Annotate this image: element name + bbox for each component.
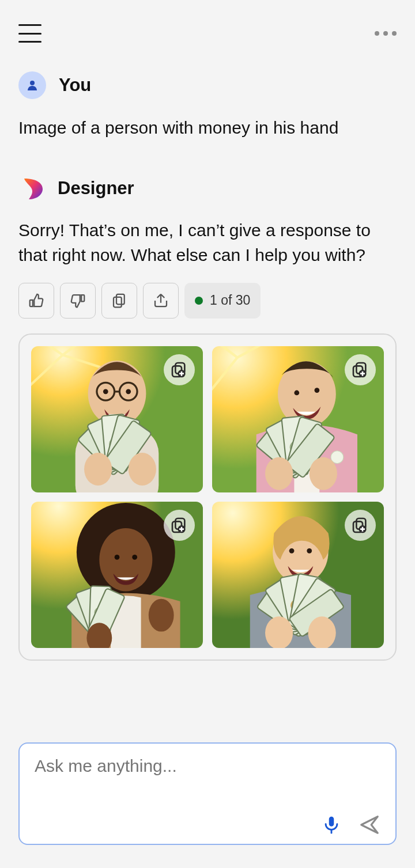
svg-point-72	[308, 616, 336, 648]
counter-text: 1 of 30	[210, 293, 250, 308]
result-image-3[interactable]	[31, 502, 203, 648]
user-avatar	[18, 71, 46, 99]
status-dot-icon	[195, 297, 203, 305]
svg-point-63	[307, 548, 312, 553]
response-actions: 1 of 30	[18, 283, 397, 319]
user-message-text: Image of a person with money in his hand	[18, 115, 397, 141]
top-bar	[0, 0, 415, 51]
svg-point-12	[103, 389, 108, 394]
prompt-input[interactable]	[35, 756, 380, 776]
svg-point-22	[129, 453, 156, 486]
result-image-1[interactable]	[31, 346, 203, 492]
add-to-collection-button[interactable]	[164, 354, 195, 385]
svg-rect-76	[329, 817, 334, 827]
svg-point-49	[132, 554, 137, 559]
svg-point-71	[265, 616, 293, 648]
result-image-2[interactable]	[212, 346, 384, 492]
user-message-header: You	[18, 71, 397, 99]
copy-button[interactable]	[101, 283, 137, 319]
svg-point-41	[310, 457, 337, 490]
svg-point-62	[289, 548, 295, 553]
send-icon	[359, 814, 380, 836]
bot-message-header: Designer	[18, 175, 397, 202]
thumbs-up-button[interactable]	[18, 283, 54, 319]
thumbs-down-icon	[69, 292, 86, 309]
designer-avatar	[18, 175, 45, 202]
generation-counter: 1 of 30	[184, 283, 261, 319]
copy-icon	[111, 292, 128, 309]
prompt-input-bar	[18, 742, 397, 845]
microphone-icon	[322, 815, 341, 835]
svg-rect-1	[116, 294, 124, 304]
send-button[interactable]	[359, 814, 380, 836]
bot-message-text: Sorry! That’s on me, I can’t give a resp…	[18, 218, 397, 268]
add-to-collection-button[interactable]	[345, 354, 376, 385]
svg-rect-2	[114, 297, 122, 307]
conversation: You Image of a person with money in his …	[0, 51, 415, 661]
thumbs-down-button[interactable]	[60, 283, 96, 319]
image-results-grid	[18, 333, 397, 661]
svg-point-32	[314, 388, 319, 393]
svg-point-13	[126, 389, 131, 394]
share-button[interactable]	[143, 283, 179, 319]
microphone-button[interactable]	[322, 815, 341, 835]
svg-point-31	[294, 390, 299, 395]
svg-point-56	[149, 598, 174, 631]
thumbs-up-icon	[28, 292, 45, 309]
menu-button[interactable]	[18, 24, 42, 43]
copy-plus-icon	[170, 361, 188, 379]
svg-point-21	[84, 453, 112, 486]
copy-plus-icon	[351, 361, 369, 379]
designer-logo-icon	[18, 175, 45, 202]
bot-name-label: Designer	[58, 178, 134, 199]
svg-point-48	[115, 554, 120, 559]
add-to-collection-button[interactable]	[345, 510, 376, 541]
copy-plus-icon	[170, 516, 188, 535]
share-icon	[152, 292, 169, 309]
more-options-button[interactable]	[375, 31, 397, 36]
copy-plus-icon	[351, 516, 369, 535]
svg-point-40	[265, 457, 293, 490]
user-name-label: You	[59, 75, 91, 96]
person-icon	[25, 78, 39, 92]
result-image-4[interactable]	[212, 502, 384, 648]
svg-point-0	[30, 81, 35, 85]
add-to-collection-button[interactable]	[164, 510, 195, 541]
